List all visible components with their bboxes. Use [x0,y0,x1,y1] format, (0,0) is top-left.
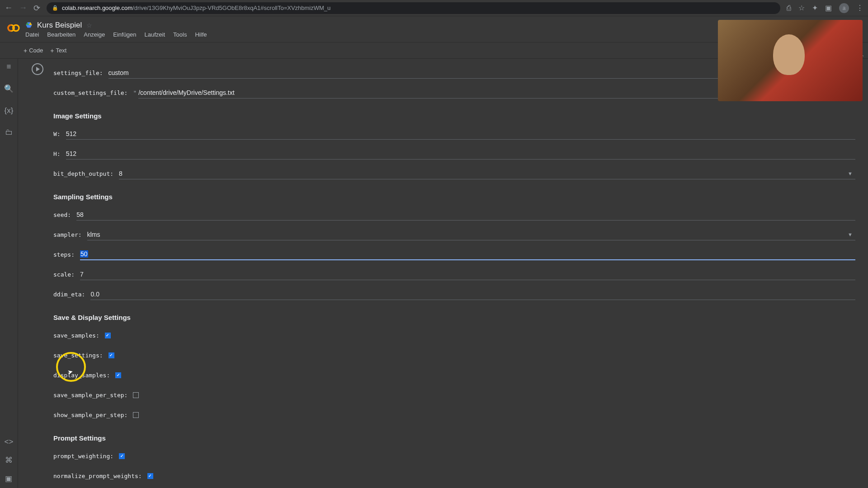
field-ddim-eta: ddim_eta: [53,286,855,302]
star-icon[interactable]: ☆ [86,22,92,29]
chevron-down-icon: ▼ [848,232,853,237]
lock-icon: 🔒 [52,5,58,11]
label-scale: scale: [53,271,75,278]
search-icon[interactable]: 🔍 [4,84,14,94]
field-display-samples: display_samples: [53,367,855,383]
label-bit-depth: bit_depth_output: [53,170,113,177]
section-save-display: Save & Display Settings [53,314,855,321]
input-steps[interactable]: 50 [80,249,855,260]
label-display-samples: display_samples: [53,372,110,379]
input-ddim-eta[interactable] [90,289,855,300]
webcam-overlay [718,20,863,101]
menu-tools[interactable]: Tools [173,31,187,38]
run-cell-button[interactable] [32,63,43,75]
label-prompt-weighting: prompt_weighting: [53,453,113,460]
label-seed: seed: [53,211,71,218]
menu-bearbeiten[interactable]: Bearbeiten [47,31,75,38]
label-steps: steps: [53,251,75,258]
label-save-settings: save_settings: [53,352,103,359]
field-prompt-weighting: prompt_weighting: [53,448,855,464]
checkbox-save-sample-per-step[interactable] [133,392,139,398]
label-normalize-prompt-weights: normalize_prompt_weights: [53,473,142,479]
checkbox-show-sample-per-step[interactable] [133,412,139,418]
side-panel-icon[interactable]: ▣ [825,4,832,12]
field-save-sample-per-step: save_sample_per_step: [53,387,855,403]
label-sampler: sampler: [53,231,82,238]
browser-address-bar: ← → ⟳ 🔒 colab.research.google.com/drive/… [0,0,868,16]
chevron-down-icon: ▼ [848,171,853,176]
input-scale[interactable] [80,269,855,280]
field-sampler: sampler: klms▼ [53,227,855,242]
label-custom-settings-file: custom_settings_file: [53,89,127,96]
add-text-button[interactable]: +Text [50,47,66,54]
code-snippet-icon[interactable]: <> [5,437,14,446]
label-ddim-eta: ddim_eta: [53,291,85,298]
forward-icon[interactable]: → [19,3,27,13]
colab-logo-icon[interactable] [6,21,21,35]
checkbox-display-samples[interactable] [115,372,121,378]
extensions-icon[interactable]: ✦ [812,4,818,12]
bookmark-icon[interactable]: ☆ [798,4,805,12]
select-sampler[interactable]: klms▼ [87,229,855,240]
quote-mark: " [133,89,137,96]
menu-einfuegen[interactable]: Einfügen [113,31,136,38]
label-save-sample-per-step: save_sample_per_step: [53,392,127,399]
add-code-button[interactable]: +Code [24,47,43,54]
reload-icon[interactable]: ⟳ [33,3,40,13]
menu-icon[interactable]: ⋮ [856,4,863,12]
field-seed: seed: [53,207,855,222]
menu-anzeige[interactable]: Anzeige [84,31,105,38]
label-settings-file: settings_file: [53,70,103,76]
menu-datei[interactable]: Datei [25,31,39,38]
field-w: W: [53,126,855,141]
install-icon[interactable]: ⎙ [787,4,791,12]
input-seed[interactable] [76,209,855,221]
field-save-settings: save_settings: [53,347,855,363]
form-cell: settings_file: custom▼ custom_settings_f… [22,61,864,488]
files-icon[interactable]: 🗀 [5,128,13,137]
toc-icon[interactable]: ≡ [7,62,11,71]
command-palette-icon[interactable]: ⌘ [5,455,13,465]
section-image-settings: Image Settings [53,112,855,120]
label-w: W: [53,131,61,137]
field-steps: steps: 50 [53,247,855,262]
field-bit-depth: bit_depth_output: 8▼ [53,166,855,181]
checkbox-save-samples[interactable] [105,333,111,338]
checkbox-save-settings[interactable] [108,352,114,358]
left-rail: ≡ 🔍 {x} 🗀 <> ⌘ ▣ [0,59,18,488]
label-h: H: [53,150,61,157]
terminal-icon[interactable]: ▣ [5,474,12,483]
checkbox-normalize-prompt-weights[interactable] [147,473,153,479]
variables-icon[interactable]: {x} [5,106,14,115]
field-normalize-prompt-weights: normalize_prompt_weights: [53,468,855,483]
drive-doc-icon [25,22,33,29]
profile-avatar[interactable]: a [839,3,849,13]
menu-hilfe[interactable]: Hilfe [195,31,207,38]
section-prompt: Prompt Settings [53,434,855,442]
url-bar[interactable]: 🔒 colab.research.google.com/drive/13G9Kh… [47,2,780,14]
menu-laufzeit[interactable]: Laufzeit [145,31,165,38]
input-h[interactable] [66,148,855,160]
section-sampling-settings: Sampling Settings [53,193,855,201]
field-show-sample-per-step: show_sample_per_step: [53,407,855,422]
notebook-main: settings_file: custom▼ custom_settings_f… [18,59,868,488]
checkbox-prompt-weighting[interactable] [119,453,125,459]
label-save-samples: save_samples: [53,332,99,339]
field-h: H: [53,146,855,161]
field-save-samples: save_samples: [53,328,855,343]
notebook-title[interactable]: Kurs Beispiel [37,21,82,30]
select-bit-depth[interactable]: 8▼ [119,168,855,179]
back-icon[interactable]: ← [5,3,13,13]
input-w[interactable] [66,128,855,140]
label-show-sample-per-step: show_sample_per_step: [53,412,127,418]
field-scale: scale: [53,267,855,282]
